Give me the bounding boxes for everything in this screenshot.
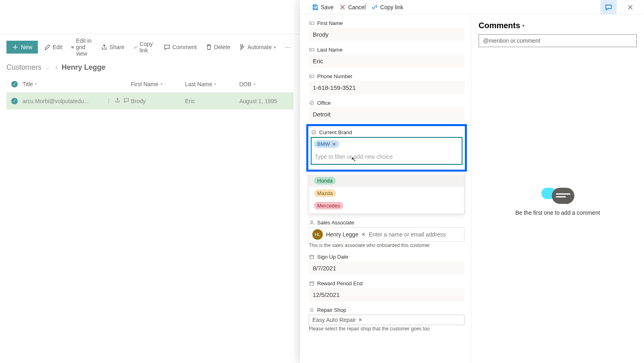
remove-icon[interactable]: ✕ [358, 317, 362, 323]
brand-option-mercedes[interactable]: Mercedes [309, 199, 464, 212]
save-button[interactable]: Save [312, 4, 334, 10]
new-button[interactable]: New [6, 41, 38, 54]
phone-field: Phone Number [309, 71, 464, 94]
link-icon [372, 4, 378, 10]
repair-shop-label: Repair Shop [317, 307, 346, 313]
reward-end-input[interactable] [309, 288, 464, 301]
row-share-icon[interactable] [115, 97, 120, 104]
svg-rect-1 [309, 22, 314, 25]
chevron-down-icon: ▾ [214, 82, 216, 86]
delete-button[interactable]: Delete [203, 41, 233, 53]
comments-empty-state: Be the first one to add a comment [479, 47, 637, 357]
link-icon [133, 44, 138, 50]
panel-copy-link-button[interactable]: Copy link [372, 4, 404, 10]
sales-associate-helper: This is the sales associate who onboarde… [309, 243, 464, 248]
brand-option-label: Honda [314, 177, 336, 185]
reward-end-field: Reward Period End [309, 278, 464, 301]
sign-up-input[interactable] [309, 261, 464, 275]
edit-label: Edit [53, 44, 62, 50]
command-bar: New Edit Edit in grid view Share Copy li… [0, 34, 300, 57]
repair-shop-input[interactable]: Easy Auto Repair ✕ [309, 315, 464, 325]
row-comment-icon[interactable] [124, 97, 129, 104]
share-label: Share [109, 44, 124, 50]
column-last-name[interactable]: Last Name ▾ [185, 81, 239, 87]
check-icon: ✓ [11, 98, 18, 104]
share-button[interactable]: Share [99, 41, 127, 53]
column-title-label: Title [23, 81, 33, 87]
column-first-name[interactable]: First Name ▾ [131, 81, 185, 87]
close-panel-button[interactable] [622, 0, 638, 15]
comments-toggle-button[interactable] [601, 0, 617, 15]
first-name-input[interactable] [309, 28, 464, 41]
copy-link-button[interactable]: Copy link [131, 38, 157, 56]
choice-icon [309, 100, 314, 106]
svg-point-5 [312, 131, 316, 135]
edit-button[interactable]: Edit [42, 41, 65, 53]
sales-associate-field: Sales Associate HL Henry Legge ✕ This is… [309, 217, 464, 248]
text-icon [309, 21, 314, 26]
brand-option-mazda[interactable]: Mazda [309, 187, 464, 199]
column-last-name-label: Last Name [185, 81, 213, 87]
delete-label: Delete [214, 44, 230, 50]
svg-point-6 [311, 221, 313, 223]
brand-option-honda[interactable]: Honda [309, 174, 464, 187]
last-name-field: Last Name [309, 44, 464, 68]
svg-rect-8 [310, 282, 314, 285]
speech-bubble-icon [541, 188, 574, 204]
current-brand-label: Current Brand [319, 129, 352, 135]
automate-button[interactable]: Automate ▾ [237, 41, 278, 53]
phone-input[interactable] [309, 81, 464, 94]
cancel-button[interactable]: Cancel [339, 4, 366, 10]
choice-icon [311, 130, 316, 135]
overflow-button[interactable]: ⋯ [282, 44, 293, 51]
lookup-icon [309, 307, 314, 313]
comment-input[interactable]: @mention or comment [479, 34, 637, 47]
remove-icon[interactable]: ✕ [361, 232, 365, 237]
panel-copy-link-label: Copy link [380, 4, 404, 10]
chevron-down-icon: ▾ [522, 23, 524, 28]
trash-icon [206, 44, 212, 50]
row-title-text[interactable]: arcu.Morbi@vulputatedu... [23, 98, 103, 104]
brand-pill-bmw[interactable]: BMW ✕ [314, 140, 339, 148]
comments-title-text: Comments [479, 21, 520, 30]
comment-label: Comment [172, 44, 197, 50]
close-icon [339, 4, 346, 10]
copy-link-label: Copy link [140, 41, 155, 54]
calendar-icon [309, 281, 314, 286]
row-select[interactable]: ✓ [6, 98, 23, 104]
person-icon [309, 220, 314, 225]
form-column[interactable]: First Name Last Name Phone [300, 15, 471, 363]
grid-icon [71, 44, 74, 50]
main-top-spacer [0, 0, 300, 34]
office-input[interactable] [309, 108, 464, 121]
remove-icon[interactable]: ✕ [332, 141, 336, 147]
row-more-icon[interactable]: ⋮ [106, 97, 111, 104]
first-name-field: First Name [309, 18, 464, 41]
current-brand-editor[interactable]: BMW ✕ ↖ [311, 137, 462, 165]
breadcrumb-root[interactable]: Customers [6, 63, 41, 72]
sales-associate-add-input[interactable] [369, 231, 461, 238]
edit-in-grid-label: Edit in grid view [76, 37, 92, 57]
select-all-column[interactable]: ✓ [6, 81, 23, 87]
comments-empty-text: Be the first one to add a comment [515, 210, 600, 216]
table-row[interactable]: ✓ arcu.Morbi@vulputatedu... ⋮ Brody Eric… [6, 93, 293, 110]
plus-icon [12, 44, 19, 50]
sign-up-date-field: Sign Up Date [309, 251, 464, 275]
column-first-name-label: First Name [131, 81, 158, 87]
cursor-icon: ↖ [351, 156, 356, 163]
avatar: HL [312, 229, 323, 240]
svg-point-4 [310, 101, 314, 105]
grid-header: ✓ Title ▾ First Name ▾ Last Name ▾ DOB ▾ [6, 76, 293, 93]
brand-option-label: Mercedes [314, 202, 343, 210]
breadcrumb-separator-icon: › [55, 63, 58, 72]
favorite-star-icon[interactable]: ☆ [45, 64, 51, 71]
sales-associate-input[interactable]: HL Henry Legge ✕ [309, 227, 464, 242]
brand-filter-input[interactable] [314, 152, 459, 162]
brand-options-dropdown: Honda Mazda Mercedes [309, 172, 464, 214]
comments-title[interactable]: Comments ▾ [479, 21, 637, 30]
comment-button[interactable]: Comment [161, 41, 199, 53]
last-name-input[interactable] [309, 54, 464, 68]
edit-in-grid-button[interactable]: Edit in grid view [69, 35, 95, 59]
column-dob[interactable]: DOB ▾ [239, 81, 293, 87]
column-title[interactable]: Title ▾ [23, 81, 131, 87]
